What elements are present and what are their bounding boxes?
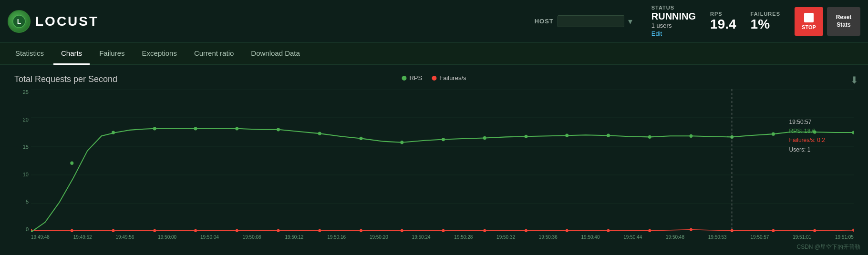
chart-container: 25 20 15 10 5 0 — [14, 89, 854, 246]
status-area: STATUS RUNNING 1 users Edit — [651, 5, 696, 38]
chart-plot — [31, 89, 854, 232]
tooltip-users-label: Users: — [789, 146, 806, 153]
logo-icon: L — [8, 10, 31, 33]
legend-rps-label: RPS — [409, 74, 422, 82]
y-label-20: 20 — [23, 117, 29, 122]
svg-point-36 — [318, 132, 321, 135]
x-label-18: 19:51:01 — [793, 235, 811, 240]
tooltip-rps-value: 18.6 — [804, 128, 815, 134]
svg-point-44 — [648, 135, 651, 139]
failures-label: FAILURES — [751, 11, 780, 17]
logo-text: LOCUST — [35, 14, 99, 29]
tooltip-failures-label: Failures/s: — [789, 137, 816, 143]
x-label-19: 19:51:05 — [835, 235, 854, 240]
rps-dot — [402, 76, 406, 81]
svg-point-49 — [852, 131, 854, 134]
status-value: RUNNING — [651, 10, 696, 22]
host-input[interactable] — [558, 15, 624, 27]
stop-icon — [804, 13, 814, 22]
x-label-3: 19:50:00 — [158, 235, 176, 240]
status-label: STATUS — [651, 5, 696, 10]
x-label-0: 19:49:48 — [31, 235, 50, 240]
y-label-0: 0 — [26, 226, 29, 232]
svg-point-32 — [153, 127, 156, 130]
x-label-7: 19:50:16 — [327, 235, 346, 240]
x-label-14: 19:50:44 — [623, 235, 642, 240]
tooltip-rps: RPS: 18.6 — [789, 127, 825, 136]
logo-area: L LOCUST — [8, 10, 99, 33]
header: L LOCUST HOST ▾ STATUS RUNNING 1 users E… — [0, 0, 868, 43]
svg-point-41 — [525, 135, 528, 138]
tooltip-failures: Failures/s: 0.2 — [789, 136, 825, 145]
nav-item-current-ratio[interactable]: Current ratio — [186, 43, 241, 65]
host-area: HOST ▾ — [535, 15, 632, 27]
svg-point-47 — [772, 133, 775, 136]
rps-line — [31, 129, 854, 232]
x-label-16: 19:50:53 — [708, 235, 727, 240]
chart-tooltip: 19:50:57 RPS: 18.6 Failures/s: 0.2 Users… — [789, 118, 825, 154]
svg-point-31 — [112, 131, 115, 134]
x-label-15: 19:50:48 — [666, 235, 684, 240]
y-label-15: 15 — [23, 144, 29, 150]
nav-bar: Statistics Charts Failures Exceptions Cu… — [0, 43, 868, 65]
stop-label: STOP — [802, 24, 816, 30]
svg-point-45 — [689, 134, 692, 138]
svg-point-33 — [194, 127, 197, 130]
rps-area: RPS 19.4 — [710, 11, 736, 32]
svg-text:L: L — [17, 18, 21, 25]
tooltip-users-value: 1 — [807, 146, 811, 153]
nav-item-failures[interactable]: Failures — [92, 43, 132, 65]
x-label-5: 19:50:08 — [243, 235, 261, 240]
stop-button[interactable]: STOP — [795, 7, 823, 36]
x-label-6: 19:50:12 — [285, 235, 303, 240]
reset-stats-button[interactable]: ResetStats — [827, 7, 860, 36]
chart-area: Total Requests per Second RPS Failures/s… — [0, 65, 868, 255]
host-dropdown-icon[interactable]: ▾ — [628, 16, 632, 27]
x-label-4: 19:50:04 — [200, 235, 219, 240]
status-users: 1 users — [651, 22, 696, 29]
svg-point-40 — [483, 136, 486, 140]
legend-failures: Failures/s — [432, 74, 466, 82]
tooltip-users: Users: 1 — [789, 145, 825, 154]
legend-rps: RPS — [402, 74, 422, 82]
x-label-12: 19:50:36 — [539, 235, 558, 240]
chart-svg — [31, 89, 854, 232]
x-label-11: 19:50:32 — [496, 235, 515, 240]
svg-point-30 — [70, 162, 73, 165]
svg-point-39 — [442, 138, 445, 141]
y-label-5: 5 — [26, 199, 29, 204]
svg-point-42 — [565, 134, 568, 137]
host-label: HOST — [535, 18, 554, 25]
nav-item-statistics[interactable]: Statistics — [8, 43, 52, 65]
svg-point-34 — [235, 127, 238, 130]
x-label-1: 19:49:52 — [73, 235, 92, 240]
svg-point-38 — [400, 141, 403, 144]
svg-point-24 — [690, 228, 692, 231]
x-label-17: 19:50:57 — [750, 235, 769, 240]
download-icon[interactable]: ⬇ — [850, 74, 858, 86]
rps-label: RPS — [710, 11, 736, 17]
nav-item-charts[interactable]: Charts — [53, 43, 90, 65]
tooltip-time: 19:50:57 — [789, 118, 825, 127]
y-axis: 25 20 15 10 5 0 — [14, 89, 31, 232]
y-label-10: 10 — [23, 172, 29, 177]
failures-value: 1% — [751, 17, 780, 32]
tooltip-failures-value: 0.2 — [817, 137, 825, 143]
x-label-9: 19:50:24 — [412, 235, 431, 240]
edit-link[interactable]: Edit — [651, 30, 662, 37]
x-label-10: 19:50:28 — [454, 235, 473, 240]
x-label-13: 19:50:40 — [581, 235, 600, 240]
y-label-25: 25 — [23, 89, 29, 95]
tooltip-rps-label: RPS: — [789, 128, 803, 134]
nav-item-download-data[interactable]: Download Data — [243, 43, 308, 65]
x-label-2: 19:49:56 — [115, 235, 134, 240]
chart-legend: RPS Failures/s — [402, 74, 466, 82]
watermark: CSDN @星空下的开普勒 — [796, 243, 860, 251]
svg-point-37 — [360, 137, 363, 140]
failures-area: FAILURES 1% — [751, 11, 780, 32]
x-axis: 19:49:48 19:49:52 19:49:56 19:50:00 19:5… — [31, 232, 854, 246]
x-label-8: 19:50:20 — [370, 235, 388, 240]
svg-point-28 — [852, 229, 854, 232]
svg-point-43 — [607, 134, 610, 137]
nav-item-exceptions[interactable]: Exceptions — [134, 43, 185, 65]
